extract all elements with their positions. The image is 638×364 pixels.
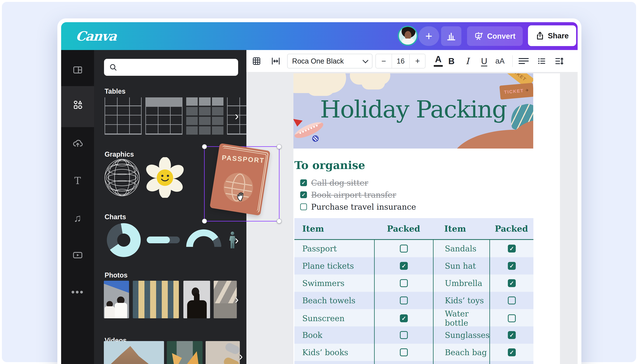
font-size-increase-button[interactable]: + xyxy=(410,54,425,68)
packed-checkbox-unchecked[interactable] xyxy=(400,279,408,287)
todo-label[interactable]: Book airport transfer xyxy=(311,190,396,200)
sidebar-item-more[interactable]: ••• xyxy=(61,274,94,310)
font-size-decrease-button[interactable]: − xyxy=(376,54,392,68)
bullet-list-button[interactable] xyxy=(536,50,547,72)
video-thumb-sunglasses[interactable] xyxy=(206,341,240,364)
italic-button[interactable]: I xyxy=(462,50,472,72)
table-item-cell[interactable]: Plane tickets xyxy=(294,257,374,274)
packed-checkbox-checked[interactable] xyxy=(508,331,516,339)
passport-graphic-dragged[interactable]: PASSPORT xyxy=(210,143,270,216)
table-cell-item[interactable]: Sun hat xyxy=(445,261,476,270)
packed-checkbox-unchecked[interactable] xyxy=(400,348,408,356)
todo-checkbox-checked[interactable] xyxy=(300,192,307,198)
photo-thumb-portrait[interactable] xyxy=(183,281,210,318)
text-case-button[interactable]: aA xyxy=(494,50,506,72)
table-item-cell[interactable]: Sunglasses xyxy=(433,326,489,344)
packed-checkbox-unchecked[interactable] xyxy=(400,296,408,304)
avatar[interactable] xyxy=(398,26,418,46)
photo-thumb-building[interactable] xyxy=(133,281,179,318)
table-item-cell[interactable]: Swimmers xyxy=(294,274,374,292)
table-item-cell[interactable]: Beach bag xyxy=(433,344,489,361)
graphic-wireframe-sphere[interactable] xyxy=(103,158,141,197)
table-cell-item[interactable]: Kids’ toys xyxy=(445,296,484,305)
table-cell-item[interactable]: Water bottle xyxy=(445,309,489,328)
packed-checkbox-checked[interactable] xyxy=(508,279,516,287)
packed-checkbox-checked[interactable] xyxy=(400,314,408,322)
video-thumb-pizza[interactable] xyxy=(167,341,203,364)
table-item-cell[interactable]: Book xyxy=(294,326,374,344)
share-button[interactable]: Share xyxy=(528,26,576,46)
table-template-thumb[interactable] xyxy=(186,98,223,134)
table-cell-item[interactable]: Umbrella xyxy=(445,279,482,288)
table-item-cell[interactable]: Beach towels xyxy=(294,292,374,309)
packed-checkbox-unchecked[interactable] xyxy=(508,314,516,322)
font-family-select[interactable]: Roca One Black xyxy=(287,54,372,68)
table-cell-item[interactable]: Beach towels xyxy=(302,296,355,305)
packing-table[interactable]: ItemPackedItemPacked PassportSandalsPlan… xyxy=(294,218,533,364)
table-cell-item[interactable]: Swimmers xyxy=(302,279,344,288)
packed-checkbox-checked[interactable] xyxy=(400,262,408,270)
todo-label[interactable]: Purchase travel insurance xyxy=(311,202,416,212)
selection-handle[interactable] xyxy=(202,219,207,224)
sidebar-item-audio[interactable]: ♫ xyxy=(61,199,94,236)
sidebar-item-uploads[interactable] xyxy=(61,125,94,162)
canva-logo[interactable]: Canva xyxy=(75,22,118,50)
editor-canvas[interactable]: TICKET TICKET ✈ Holiday Packing To organ… xyxy=(246,72,578,364)
donut-chart-element[interactable] xyxy=(107,223,141,257)
packed-checkbox-checked[interactable] xyxy=(508,262,516,270)
bold-button[interactable]: B xyxy=(446,50,456,72)
table-cell-item[interactable]: Book xyxy=(302,330,322,340)
table-item-cell[interactable]: Kids’ books xyxy=(294,344,374,361)
organise-heading[interactable]: To organise xyxy=(294,159,365,172)
table-item-cell[interactable]: Kids’ toys xyxy=(433,292,489,309)
table-item-cell[interactable]: Sun hat xyxy=(433,257,489,274)
video-thumb-mountain[interactable] xyxy=(104,341,164,364)
table-template-thumb[interactable] xyxy=(145,98,183,134)
table-cell-item[interactable]: Beach bag xyxy=(445,348,487,357)
packed-checkbox-unchecked[interactable] xyxy=(400,244,408,252)
packed-checkbox-checked[interactable] xyxy=(508,244,516,252)
document-title[interactable]: Holiday Packing xyxy=(293,96,533,123)
document-hero-image[interactable]: TICKET TICKET ✈ Holiday Packing xyxy=(293,73,533,148)
add-member-button[interactable]: + xyxy=(418,26,439,46)
column-width-button[interactable] xyxy=(270,50,281,72)
selection-handle[interactable] xyxy=(277,144,282,149)
document-page[interactable]: TICKET TICKET ✈ Holiday Packing To organ… xyxy=(293,73,560,364)
packed-checkbox-checked[interactable] xyxy=(508,348,516,356)
table-cell-item[interactable]: Sunscreen xyxy=(302,314,345,323)
font-size-value[interactable]: 16 xyxy=(392,54,410,68)
text-color-button[interactable]: A xyxy=(433,54,443,68)
table-cell-item[interactable]: Sunglasses xyxy=(445,330,490,340)
table-cell-item[interactable]: Sandals xyxy=(445,244,476,253)
photos-scroll-chevron-icon[interactable]: › xyxy=(235,295,239,303)
table-template-thumb[interactable] xyxy=(105,98,142,134)
table-options-button[interactable] xyxy=(252,50,261,72)
sidebar-item-videos[interactable] xyxy=(61,236,94,274)
table-item-cell[interactable]: Sandals xyxy=(433,240,489,257)
table-item-cell[interactable]: Passport xyxy=(294,240,374,257)
search-input[interactable] xyxy=(104,59,238,76)
insights-button[interactable] xyxy=(441,26,461,46)
charts-scroll-chevron-icon[interactable]: › xyxy=(235,236,239,244)
packed-checkbox-unchecked[interactable] xyxy=(400,331,408,339)
table-item-cell[interactable]: Umbrella xyxy=(433,274,489,292)
selection-handle[interactable] xyxy=(202,144,207,149)
selection-handle[interactable] xyxy=(277,219,282,224)
tables-scroll-chevron-icon[interactable]: › xyxy=(235,112,239,120)
alignment-button[interactable] xyxy=(518,50,529,72)
table-cell-item[interactable]: Plane tickets xyxy=(302,261,354,270)
packed-checkbox-unchecked[interactable] xyxy=(508,296,516,304)
graphic-daisy-flower[interactable] xyxy=(145,157,186,198)
underline-button[interactable]: U xyxy=(479,50,489,72)
gauge-chart-element[interactable] xyxy=(186,230,221,248)
photo-thumb-people[interactable] xyxy=(104,281,129,318)
table-cell-item[interactable]: Passport xyxy=(302,244,337,253)
convert-button[interactable]: Convert xyxy=(467,26,523,46)
todo-checkbox-unchecked[interactable] xyxy=(300,204,307,210)
sidebar-item-text[interactable]: T xyxy=(61,162,94,199)
table-item-cell[interactable]: Sunscreen xyxy=(294,309,374,328)
sidebar-item-elements[interactable] xyxy=(61,86,94,123)
table-cell-item[interactable]: Kids’ books xyxy=(302,348,348,357)
photo-thumb-crosswalk[interactable] xyxy=(214,281,237,318)
videos-scroll-chevron-icon[interactable]: › xyxy=(239,352,243,360)
